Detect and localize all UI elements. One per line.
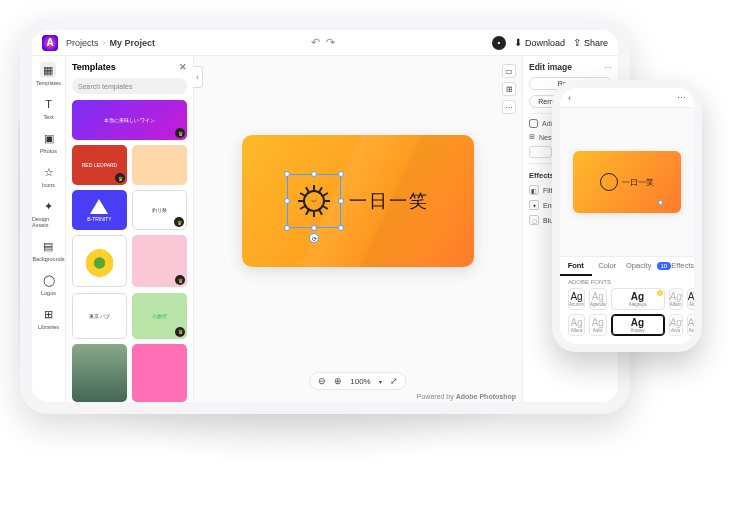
nav-icons[interactable]: ☆Icons xyxy=(41,164,57,188)
resize-handle[interactable] xyxy=(311,171,317,177)
resize-handle[interactable] xyxy=(284,198,290,204)
nav-design-assets[interactable]: ✦Design Assets xyxy=(32,198,65,228)
template-card[interactable]: 小旅行♛ xyxy=(132,293,187,339)
tab-opacity[interactable]: Opacity xyxy=(623,257,655,276)
canvas[interactable]: ‹ ▭ ⊞ ⋯ ︶ xyxy=(194,56,522,402)
font-grid: AgAcumin AgAgenda AgAlegreya AgAlfarn Ag… xyxy=(560,288,694,344)
template-card[interactable]: 本当に美味しい ワイン♛ xyxy=(72,100,187,140)
zoom-bar: ⊖ ⊕ 100%▾ ⤢ xyxy=(309,372,406,390)
template-card[interactable] xyxy=(72,235,127,287)
backgrounds-icon: ▤ xyxy=(40,238,56,254)
font-option[interactable]: AgAcumin xyxy=(568,288,585,310)
template-card[interactable]: ♛ xyxy=(132,235,187,287)
rotate-handle[interactable]: ⟳ xyxy=(309,233,319,243)
premium-icon: ♛ xyxy=(175,128,185,138)
nav-backgrounds[interactable]: ▤Backgrounds xyxy=(32,238,64,262)
breadcrumb-project[interactable]: My Project xyxy=(110,38,156,48)
tab-effects[interactable]: 10Effects xyxy=(655,257,694,276)
premium-icon: ♛ xyxy=(175,275,185,285)
libraries-icon: ⊞ xyxy=(41,306,57,322)
font-option[interactable]: AgArvo xyxy=(669,314,683,336)
width-field[interactable] xyxy=(529,146,552,158)
template-card[interactable]: B-TRINITY xyxy=(72,190,127,230)
font-option[interactable]: AgAlike xyxy=(687,288,701,310)
sunflower-image xyxy=(73,248,126,278)
tab-color[interactable]: Color xyxy=(592,257,624,276)
premium-icon xyxy=(657,290,663,296)
font-option[interactable]: AgAsap xyxy=(687,314,701,336)
breadcrumb-root[interactable]: Projects xyxy=(66,38,99,48)
template-card[interactable]: 釣り祭♛ xyxy=(132,190,187,230)
close-icon[interactable]: ✕ xyxy=(179,62,187,72)
phone-artboard[interactable]: 一日一笑 xyxy=(573,151,681,213)
filters-icon: ◧ xyxy=(529,185,539,195)
add-to-background-checkbox[interactable] xyxy=(529,119,538,128)
template-card[interactable] xyxy=(72,344,127,402)
share-button[interactable]: ⇪Share xyxy=(573,37,608,48)
user-avatar[interactable]: • xyxy=(492,36,506,50)
resize-handle[interactable] xyxy=(658,200,663,205)
page-tool[interactable]: ▭ xyxy=(502,64,516,78)
top-bar: A Projects › My Project ↶ ↷ • ⬇Download … xyxy=(32,30,618,56)
templates-title: Templates xyxy=(72,62,116,72)
font-option-selected[interactable]: AgArapey xyxy=(611,314,665,336)
redo-icon[interactable]: ↷ xyxy=(326,36,335,49)
download-icon: ⬇ xyxy=(514,37,522,48)
resize-handle[interactable] xyxy=(311,225,317,231)
phone-canvas-text[interactable]: 一日一笑 xyxy=(622,177,654,188)
tablet-frame: A Projects › My Project ↶ ↷ • ⬇Download … xyxy=(20,18,630,414)
zoom-in-icon[interactable]: ⊕ xyxy=(334,376,342,386)
selected-image[interactable]: ︶ xyxy=(287,174,341,228)
premium-icon: ♛ xyxy=(175,327,185,337)
font-option[interactable]: AgAntic xyxy=(589,314,607,336)
template-card[interactable] xyxy=(132,145,187,185)
panel-more-icon[interactable]: ⋯ xyxy=(604,63,612,72)
phone-frame: ‹ ⋯ 一日一笑 Font Color Opacity 10Effects AD… xyxy=(552,80,702,352)
zoom-out-icon[interactable]: ⊖ xyxy=(318,376,326,386)
canvas-text[interactable]: 一日一笑 xyxy=(349,189,429,213)
page-tool[interactable]: ⋯ xyxy=(502,100,516,114)
expand-icon[interactable]: ⤢ xyxy=(390,376,398,386)
side-nav: ▦Templates TText ▣Photos ☆Icons ✦Design … xyxy=(32,56,66,402)
blur-icon: ◌ xyxy=(529,215,539,225)
footer-text: Powered by Adobe Photoshop xyxy=(417,393,516,400)
page-tool[interactable]: ⊞ xyxy=(502,82,516,96)
tab-font[interactable]: Font xyxy=(560,257,592,276)
assets-icon: ✦ xyxy=(41,198,57,214)
nav-templates[interactable]: ▦Templates xyxy=(36,62,61,86)
artboard[interactable]: ︶ xyxy=(242,135,474,267)
more-button[interactable]: ⋯ xyxy=(677,93,686,103)
phone-tabs: Font Color Opacity 10Effects xyxy=(560,256,694,276)
template-card[interactable]: 東京 バブ xyxy=(72,293,127,339)
search-input[interactable]: Search templates xyxy=(72,78,187,94)
brand-logo[interactable]: A xyxy=(42,35,58,51)
download-button[interactable]: ⬇Download xyxy=(514,37,565,48)
font-option[interactable]: AgAgenda xyxy=(589,288,607,310)
font-option[interactable]: AgAlfarn xyxy=(669,288,683,310)
nav-photos[interactable]: ▣Photos xyxy=(40,130,57,154)
resize-handle[interactable] xyxy=(284,225,290,231)
templates-panel: Templates ✕ Search templates 本当に美味しい ワイン… xyxy=(66,56,194,402)
resize-handle[interactable] xyxy=(338,171,344,177)
template-card[interactable]: RED LEOPARD♛ xyxy=(72,145,127,185)
undo-icon[interactable]: ↶ xyxy=(311,36,320,49)
panel-title: Edit image xyxy=(529,62,572,72)
resize-handle[interactable] xyxy=(338,198,344,204)
photos-icon: ▣ xyxy=(41,130,57,146)
back-button[interactable]: ‹ xyxy=(568,93,571,103)
phone-canvas[interactable]: 一日一笑 xyxy=(560,108,694,256)
icons-icon: ☆ xyxy=(41,164,57,180)
font-option[interactable]: AgAlegreya xyxy=(611,288,665,310)
nav-libraries[interactable]: ⊞Libraries xyxy=(38,306,59,330)
sun-graphic xyxy=(600,173,618,191)
resize-handle[interactable] xyxy=(284,171,290,177)
premium-icon: ♛ xyxy=(174,217,184,227)
nav-logos[interactable]: ◯Logos xyxy=(41,272,57,296)
collapse-panel-button[interactable]: ‹ xyxy=(193,66,203,88)
zoom-level[interactable]: 100% xyxy=(350,377,370,386)
nav-text[interactable]: TText xyxy=(41,96,57,120)
resize-handle[interactable] xyxy=(338,225,344,231)
font-option[interactable]: AgAllura xyxy=(568,314,585,336)
template-card[interactable] xyxy=(132,344,187,402)
triangle-icon xyxy=(90,199,108,214)
